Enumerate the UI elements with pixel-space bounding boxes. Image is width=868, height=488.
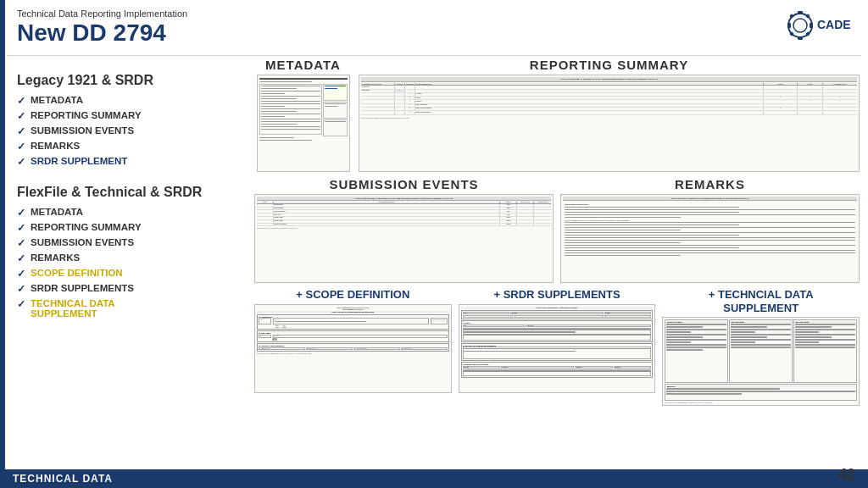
submission-events-doc: COST, SOFTWARE, & TECHNICAL DATA REPORTI… [254, 194, 554, 283]
svg-rect-5 [810, 23, 813, 28]
check-icon-7: ✓ [17, 222, 25, 234]
check-icon-3: ✓ [17, 125, 25, 137]
section2-heading: FlexFile & Technical & SRDR [17, 185, 246, 200]
page-title: New DD 2794 [17, 20, 851, 47]
s1-item-1: ✓ METADATA [17, 95, 246, 107]
srdr-supplements-label: + SRDR SUPPLEMENTS [493, 288, 620, 302]
s1-item-3: ✓ SUBMISSION EVENTS [17, 125, 246, 137]
check-icon-2: ✓ [17, 110, 25, 122]
s1-item-2: ✓ REPORTING SUMMARY [17, 110, 246, 122]
left-panel: Legacy 1921 & SRDR ✓ METADATA ✓ REPORTIN… [17, 59, 246, 471]
check-icon-12: ✓ [17, 298, 25, 310]
check-icon-11: ✓ [17, 283, 25, 295]
check-icon-8: ✓ [17, 237, 25, 249]
svg-text:CADE: CADE [817, 18, 851, 31]
technical-data-doc: TECH DATA ITEMS [662, 317, 860, 406]
srdr-supplements-doc: COST PLAN SUPPLEMENT - SRDR DEVELOPMENT … [459, 304, 656, 393]
svg-point-1 [793, 19, 807, 32]
check-icon-10: ✓ [17, 268, 25, 280]
header-divider [7, 55, 861, 56]
check-icon-9: ✓ [17, 252, 25, 264]
s2-label-4: REMARKS [31, 252, 80, 263]
scope-definition-doc: COST, SOFTWARE, & TECHNICAL DATAMANAGEME… [254, 304, 452, 393]
bottom-bar-label: TECHNICAL DATA [13, 473, 113, 485]
svg-rect-4 [787, 23, 791, 28]
remarks-title: REMARKS [675, 177, 745, 191]
metadata-section-title: METADATA [265, 58, 341, 72]
s2-label-5: SCOPE DEFINITION [31, 268, 123, 278]
s2-item-7: ✓ TECHNICAL DATASUPPLEMENT [17, 298, 246, 319]
left-accent-bar [0, 0, 5, 488]
s1-label-3: SUBMISSION EVENTS [31, 125, 134, 136]
s2-label-2: REPORTING SUMMARY [31, 222, 142, 232]
check-icon-5: ✓ [17, 156, 25, 168]
technical-data-supplement-label: + TECHNCIAL DATASUPPLEMENT [709, 288, 814, 314]
header-subtitle: Technical Data Reporting Implementation [17, 8, 851, 19]
reporting-summary-doc: COST, SOFTWARE, & TECHNICAL DATA REPORTI… [359, 75, 860, 172]
reporting-summary-title: REPORTING SUMMARY [530, 58, 688, 72]
cade-logo-svg: CADE [783, 7, 851, 45]
s1-label-5: SRDR SUPPLEMENT [31, 156, 127, 166]
s2-item-5: ✓ SCOPE DEFINITION [17, 268, 246, 280]
s1-label-4: REMARKS [31, 141, 80, 151]
bottom-bar: TECHNICAL DATA [0, 469, 868, 488]
check-icon-1: ✓ [17, 95, 25, 107]
s1-item-5: ✓ SRDR SUPPLEMENT [17, 156, 246, 168]
s2-item-1: ✓ METADATA [17, 207, 246, 219]
s2-label-6: SRDR SUPPLEMENTS [31, 283, 134, 293]
page-header: Technical Data Reporting Implementation … [17, 8, 851, 47]
svg-rect-3 [798, 36, 803, 40]
logo: CADE [783, 7, 851, 45]
remarks-doc: COST, SOFTWARE, & TECHNICAL DATA REPORTI… [560, 194, 860, 283]
right-panel: METADATA [254, 58, 860, 471]
submission-events-title: SUBMISSION EVENTS [329, 177, 478, 191]
check-icon-6: ✓ [17, 207, 25, 219]
s2-item-3: ✓ SUBMISSION EVENTS [17, 237, 246, 249]
s2-item-6: ✓ SRDR SUPPLEMENTS [17, 283, 246, 295]
section1-heading: Legacy 1921 & SRDR [17, 73, 246, 88]
s2-item-4: ✓ REMARKS [17, 252, 246, 264]
s1-item-4: ✓ REMARKS [17, 141, 246, 152]
s2-label-7: TECHNICAL DATASUPPLEMENT [31, 298, 115, 319]
s2-label-3: SUBMISSION EVENTS [31, 237, 134, 247]
s1-label-2: REPORTING SUMMARY [31, 110, 142, 120]
s2-label-1: METADATA [31, 207, 83, 217]
svg-rect-2 [798, 11, 803, 14]
s2-item-2: ✓ REPORTING SUMMARY [17, 222, 246, 234]
metadata-doc-thumb [257, 75, 350, 172]
scope-definition-label: + SCOPE DEFINITION [296, 288, 409, 302]
check-icon-4: ✓ [17, 141, 25, 152]
s1-label-1: METADATA [31, 95, 83, 105]
page-number: 42 [838, 466, 855, 484]
